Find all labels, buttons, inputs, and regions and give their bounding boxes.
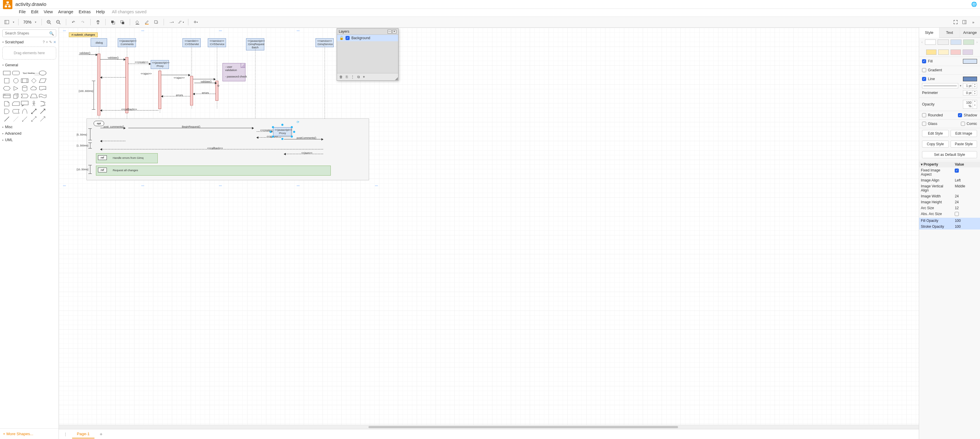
activation[interactable] [97, 54, 100, 115]
diagram-canvas[interactable]: — — — — — — — — — — rt submit_changes :d… [59, 28, 919, 425]
scratchpad-edit-icon[interactable]: ✎ [49, 40, 52, 44]
style-prev-icon[interactable]: ‹ [921, 40, 923, 44]
category-misc[interactable]: ▸Misc [0, 124, 59, 130]
style-swatch[interactable] [926, 49, 937, 55]
shape-parallelogram[interactable] [39, 78, 46, 84]
perimeter-input[interactable]: 0 pt▲▼ [963, 90, 977, 96]
zoom-select[interactable]: 70%▼ [22, 20, 38, 24]
connection-icon[interactable]: →▾ [167, 18, 175, 26]
more-shapes-button[interactable]: + More Shapes... [0, 428, 59, 439]
shape-diamond[interactable] [30, 78, 38, 84]
shape-circle[interactable] [12, 78, 20, 84]
layer-more-icon[interactable]: ⋮ [351, 75, 354, 79]
shape-blank5[interactable] [48, 101, 56, 107]
tab-arrange[interactable]: Arrange [960, 28, 980, 38]
format-panel-icon[interactable] [961, 18, 968, 26]
waypoint-icon[interactable]: ▾ [177, 18, 185, 26]
property-row[interactable]: Abs. Arc Size [919, 211, 980, 218]
style-next-icon[interactable]: › [976, 40, 978, 44]
shape-curve[interactable] [21, 109, 29, 114]
to-back-icon[interactable] [119, 18, 126, 26]
shape-process[interactable] [21, 78, 29, 84]
collapse-icon[interactable]: » [969, 18, 977, 26]
menu-view[interactable]: View [43, 10, 52, 14]
comic-checkbox[interactable] [961, 122, 965, 126]
shape-and[interactable] [3, 109, 11, 114]
search-icon[interactable]: 🔍 [49, 31, 54, 36]
shape-line2[interactable] [21, 116, 29, 122]
shape-square[interactable] [3, 78, 11, 84]
undo-icon[interactable]: ↶ [70, 18, 77, 26]
property-row[interactable]: Image Height24 [919, 199, 980, 205]
shape-textbox[interactable]: Heading—————— [30, 70, 38, 76]
shape-line[interactable] [3, 116, 11, 122]
glass-checkbox[interactable] [922, 122, 926, 126]
shape-dashline[interactable] [12, 116, 20, 122]
line-checkbox[interactable] [922, 77, 926, 81]
layers-window[interactable]: Layers —✕ 🔓 Background 🗑 ⎘ ⋮ ⧉ + [337, 28, 398, 81]
style-swatch[interactable] [938, 49, 948, 55]
menu-help[interactable]: Help [96, 10, 105, 14]
lifeline-gimqservice[interactable]: <<service>> :GimqService [315, 38, 334, 47]
lifeline-dialog[interactable]: :dialog [91, 38, 107, 46]
zoom-in-icon[interactable] [45, 18, 53, 26]
category-uml[interactable]: ▸UML [0, 137, 59, 143]
layer-row-background[interactable]: 🔓 Background [337, 35, 398, 41]
menu-edit[interactable]: Edit [31, 10, 38, 14]
selected-node-proxy[interactable]: <<javascript>> :Proxy [273, 127, 291, 136]
lock-icon[interactable]: 🔓 [339, 36, 344, 40]
zoom-out-icon[interactable] [55, 18, 62, 26]
menu-file[interactable]: File [19, 10, 25, 14]
ref-2[interactable]: ref Request all changes [96, 166, 331, 176]
shape-blank4[interactable] [48, 93, 56, 99]
add-page-icon[interactable]: + [97, 431, 106, 437]
page-tab-1[interactable]: Page-1 [72, 430, 94, 438]
shape-note[interactable] [3, 101, 11, 107]
lifeline-proxy1[interactable]: <<javascript>> :Proxy [151, 60, 169, 69]
property-row[interactable]: Image AlignLeft [919, 177, 980, 183]
layers-minimize-icon[interactable]: — [388, 30, 392, 34]
property-row[interactable]: Arc Size12 [919, 205, 980, 211]
lifeline-cvsservice[interactable]: <<service>> :CVSService [208, 38, 226, 47]
opt-label[interactable]: opt [94, 121, 104, 126]
file-title[interactable]: activity.drawio [15, 2, 46, 7]
to-front-icon[interactable] [109, 18, 117, 26]
edit-style-button[interactable]: Edit Style [922, 130, 949, 137]
fill-checkbox[interactable] [922, 59, 926, 63]
scratchpad-add-icon[interactable]: + [46, 40, 48, 44]
style-swatch[interactable] [951, 40, 961, 45]
default-style-button[interactable]: Set as Default Style [922, 151, 977, 158]
shape-blank[interactable] [48, 70, 56, 76]
shape-datastore[interactable] [12, 109, 20, 114]
scratchpad-header[interactable]: ▾Scratchpad ?+✎✕ [0, 39, 59, 45]
line-style-dropdown-icon[interactable]: ▼ [959, 85, 962, 87]
property-row[interactable]: Stroke Opacity100 [919, 223, 980, 230]
scratchpad-help-icon[interactable]: ? [43, 40, 45, 44]
opacity-input[interactable]: 100 %▲▼ [963, 100, 977, 109]
shape-rect[interactable] [3, 70, 11, 76]
delete-icon[interactable] [94, 18, 102, 26]
style-swatch[interactable] [963, 40, 974, 45]
fill-color-icon[interactable] [134, 18, 141, 26]
horizontal-scrollbar[interactable] [59, 425, 919, 429]
pages-menu-icon[interactable]: ⋮ [61, 432, 70, 436]
shadow-checkbox[interactable] [958, 113, 962, 117]
drawio-logo[interactable] [3, 0, 12, 9]
line-width-input[interactable]: 1 pt▲▼ [963, 83, 977, 88]
fullscreen-icon[interactable] [952, 18, 959, 26]
ref-1[interactable]: ref Handle errors from Gimq [96, 153, 158, 163]
property-row[interactable]: Fill Opacity100 [919, 218, 980, 223]
view-mode-button[interactable] [3, 18, 11, 26]
redo-icon[interactable]: ↷ [79, 18, 87, 26]
shape-ellipse[interactable] [39, 70, 46, 76]
shape-cube[interactable] [12, 93, 20, 99]
style-swatch[interactable] [938, 40, 948, 45]
shape-blank2[interactable] [48, 78, 56, 84]
shape-step[interactable] [21, 93, 29, 99]
category-general[interactable]: ▾General [0, 62, 59, 69]
line-color-icon[interactable] [143, 18, 151, 26]
property-row[interactable]: Image Vertical AlignMiddle [919, 183, 980, 193]
fill-color-swatch[interactable] [963, 59, 977, 64]
layer-add-icon[interactable]: + [363, 75, 365, 79]
shape-triangle[interactable] [12, 85, 20, 91]
